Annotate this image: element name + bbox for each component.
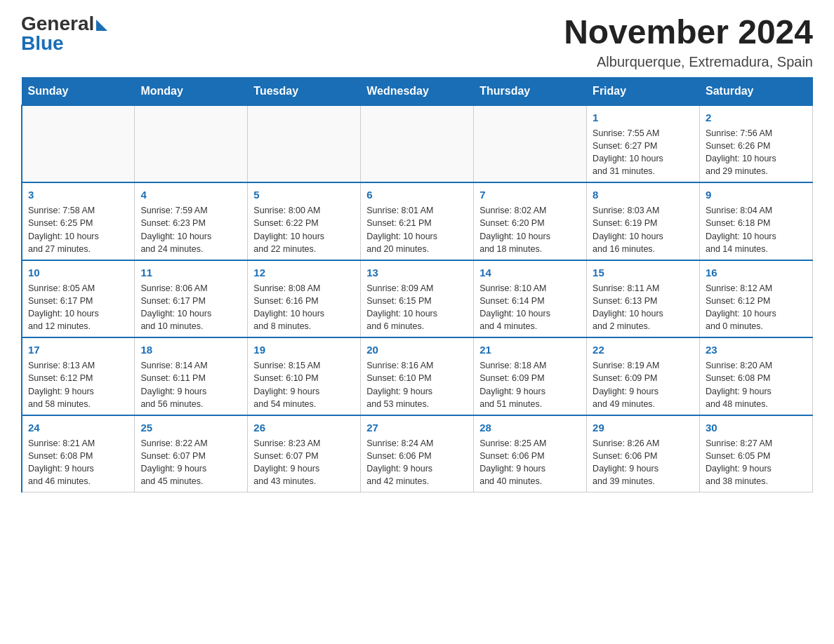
- calendar-cell: 15Sunrise: 8:11 AM Sunset: 6:13 PM Dayli…: [587, 260, 700, 338]
- day-number: 11: [140, 265, 241, 280]
- day-info: Sunrise: 8:25 AM Sunset: 6:06 PM Dayligh…: [479, 437, 581, 488]
- calendar-header-row: SundayMondayTuesdayWednesdayThursdayFrid…: [22, 77, 813, 105]
- page-header: General Blue November 2024 Alburquerque,…: [21, 14, 813, 70]
- calendar-week-row: 10Sunrise: 8:05 AM Sunset: 6:17 PM Dayli…: [22, 260, 813, 338]
- calendar-cell: 3Sunrise: 7:58 AM Sunset: 6:25 PM Daylig…: [22, 182, 135, 260]
- calendar-cell: [474, 105, 587, 183]
- day-info: Sunrise: 7:56 AM Sunset: 6:26 PM Dayligh…: [706, 127, 807, 178]
- day-number: 3: [28, 187, 128, 202]
- calendar-week-row: 3Sunrise: 7:58 AM Sunset: 6:25 PM Daylig…: [22, 182, 813, 260]
- weekday-header-thursday: Thursday: [474, 77, 587, 105]
- logo-blue-text: Blue: [21, 34, 64, 53]
- logo: General Blue: [21, 14, 107, 53]
- day-info: Sunrise: 8:14 AM Sunset: 6:11 PM Dayligh…: [140, 359, 241, 410]
- calendar-cell: 22Sunrise: 8:19 AM Sunset: 6:09 PM Dayli…: [587, 337, 700, 415]
- calendar-cell: 26Sunrise: 8:23 AM Sunset: 6:07 PM Dayli…: [248, 415, 361, 492]
- day-info: Sunrise: 8:27 AM Sunset: 6:05 PM Dayligh…: [706, 437, 807, 488]
- day-number: 26: [253, 420, 355, 435]
- day-number: 5: [253, 187, 355, 202]
- calendar-cell: 18Sunrise: 8:14 AM Sunset: 6:11 PM Dayli…: [135, 337, 248, 415]
- weekday-header-sunday: Sunday: [22, 77, 135, 105]
- day-number: 6: [366, 187, 468, 202]
- calendar-cell: 5Sunrise: 8:00 AM Sunset: 6:22 PM Daylig…: [248, 182, 361, 260]
- calendar-week-row: 1Sunrise: 7:55 AM Sunset: 6:27 PM Daylig…: [22, 105, 813, 183]
- day-number: 21: [479, 342, 581, 357]
- calendar-cell: 11Sunrise: 8:06 AM Sunset: 6:17 PM Dayli…: [135, 260, 248, 338]
- calendar-cell: [248, 105, 361, 183]
- day-info: Sunrise: 7:55 AM Sunset: 6:27 PM Dayligh…: [593, 127, 694, 178]
- day-info: Sunrise: 8:18 AM Sunset: 6:09 PM Dayligh…: [479, 359, 581, 410]
- calendar-cell: 23Sunrise: 8:20 AM Sunset: 6:08 PM Dayli…: [700, 337, 813, 415]
- day-number: 8: [593, 187, 694, 202]
- day-info: Sunrise: 8:01 AM Sunset: 6:21 PM Dayligh…: [366, 204, 468, 255]
- title-section: November 2024 Alburquerque, Extremadura,…: [564, 14, 813, 70]
- calendar-cell: 25Sunrise: 8:22 AM Sunset: 6:07 PM Dayli…: [135, 415, 248, 492]
- day-info: Sunrise: 8:24 AM Sunset: 6:06 PM Dayligh…: [366, 437, 468, 488]
- day-info: Sunrise: 8:08 AM Sunset: 6:16 PM Dayligh…: [253, 282, 355, 333]
- day-info: Sunrise: 8:00 AM Sunset: 6:22 PM Dayligh…: [253, 204, 355, 255]
- calendar-week-row: 17Sunrise: 8:13 AM Sunset: 6:12 PM Dayli…: [22, 337, 813, 415]
- calendar-cell: [361, 105, 474, 183]
- calendar-cell: 9Sunrise: 8:04 AM Sunset: 6:18 PM Daylig…: [700, 182, 813, 260]
- calendar-cell: 19Sunrise: 8:15 AM Sunset: 6:10 PM Dayli…: [248, 337, 361, 415]
- calendar-cell: [22, 105, 135, 183]
- day-info: Sunrise: 8:03 AM Sunset: 6:19 PM Dayligh…: [593, 204, 694, 255]
- calendar-cell: 2Sunrise: 7:56 AM Sunset: 6:26 PM Daylig…: [700, 105, 813, 183]
- day-number: 23: [706, 342, 807, 357]
- day-number: 18: [140, 342, 241, 357]
- day-info: Sunrise: 8:09 AM Sunset: 6:15 PM Dayligh…: [366, 282, 468, 333]
- calendar-cell: 24Sunrise: 8:21 AM Sunset: 6:08 PM Dayli…: [22, 415, 135, 492]
- day-info: Sunrise: 8:20 AM Sunset: 6:08 PM Dayligh…: [706, 359, 807, 410]
- day-number: 16: [706, 265, 807, 280]
- day-number: 29: [593, 420, 694, 435]
- calendar-cell: 12Sunrise: 8:08 AM Sunset: 6:16 PM Dayli…: [248, 260, 361, 338]
- day-number: 24: [28, 420, 128, 435]
- day-number: 20: [366, 342, 468, 357]
- day-info: Sunrise: 8:21 AM Sunset: 6:08 PM Dayligh…: [28, 437, 128, 488]
- calendar-cell: 29Sunrise: 8:26 AM Sunset: 6:06 PM Dayli…: [587, 415, 700, 492]
- calendar-table: SundayMondayTuesdayWednesdayThursdayFrid…: [21, 77, 813, 493]
- day-info: Sunrise: 8:19 AM Sunset: 6:09 PM Dayligh…: [593, 359, 694, 410]
- weekday-header-tuesday: Tuesday: [248, 77, 361, 105]
- weekday-header-monday: Monday: [135, 77, 248, 105]
- calendar-cell: 30Sunrise: 8:27 AM Sunset: 6:05 PM Dayli…: [700, 415, 813, 492]
- logo-general-text: General: [21, 14, 94, 34]
- location-subtitle: Alburquerque, Extremadura, Spain: [564, 54, 813, 70]
- day-info: Sunrise: 8:05 AM Sunset: 6:17 PM Dayligh…: [28, 282, 128, 333]
- main-title: November 2024: [564, 14, 813, 51]
- calendar-cell: 6Sunrise: 8:01 AM Sunset: 6:21 PM Daylig…: [361, 182, 474, 260]
- calendar-cell: 14Sunrise: 8:10 AM Sunset: 6:14 PM Dayli…: [474, 260, 587, 338]
- day-info: Sunrise: 8:10 AM Sunset: 6:14 PM Dayligh…: [479, 282, 581, 333]
- day-number: 2: [706, 110, 807, 125]
- day-number: 13: [366, 265, 468, 280]
- calendar-cell: 10Sunrise: 8:05 AM Sunset: 6:17 PM Dayli…: [22, 260, 135, 338]
- calendar-cell: 27Sunrise: 8:24 AM Sunset: 6:06 PM Dayli…: [361, 415, 474, 492]
- calendar-cell: 21Sunrise: 8:18 AM Sunset: 6:09 PM Dayli…: [474, 337, 587, 415]
- calendar-cell: 16Sunrise: 8:12 AM Sunset: 6:12 PM Dayli…: [700, 260, 813, 338]
- weekday-header-wednesday: Wednesday: [361, 77, 474, 105]
- calendar-cell: [135, 105, 248, 183]
- day-number: 19: [253, 342, 355, 357]
- day-info: Sunrise: 8:22 AM Sunset: 6:07 PM Dayligh…: [140, 437, 241, 488]
- calendar-cell: 1Sunrise: 7:55 AM Sunset: 6:27 PM Daylig…: [587, 105, 700, 183]
- day-info: Sunrise: 7:58 AM Sunset: 6:25 PM Dayligh…: [28, 204, 128, 255]
- day-info: Sunrise: 8:02 AM Sunset: 6:20 PM Dayligh…: [479, 204, 581, 255]
- day-info: Sunrise: 8:12 AM Sunset: 6:12 PM Dayligh…: [706, 282, 807, 333]
- day-info: Sunrise: 8:13 AM Sunset: 6:12 PM Dayligh…: [28, 359, 128, 410]
- day-info: Sunrise: 8:04 AM Sunset: 6:18 PM Dayligh…: [706, 204, 807, 255]
- day-number: 27: [366, 420, 468, 435]
- day-info: Sunrise: 8:23 AM Sunset: 6:07 PM Dayligh…: [253, 437, 355, 488]
- day-number: 10: [28, 265, 128, 280]
- weekday-header-friday: Friday: [587, 77, 700, 105]
- weekday-header-saturday: Saturday: [700, 77, 813, 105]
- day-number: 28: [479, 420, 581, 435]
- calendar-cell: 7Sunrise: 8:02 AM Sunset: 6:20 PM Daylig…: [474, 182, 587, 260]
- day-number: 30: [706, 420, 807, 435]
- day-number: 7: [479, 187, 581, 202]
- day-info: Sunrise: 8:06 AM Sunset: 6:17 PM Dayligh…: [140, 282, 241, 333]
- calendar-cell: 8Sunrise: 8:03 AM Sunset: 6:19 PM Daylig…: [587, 182, 700, 260]
- calendar-cell: 4Sunrise: 7:59 AM Sunset: 6:23 PM Daylig…: [135, 182, 248, 260]
- day-info: Sunrise: 8:11 AM Sunset: 6:13 PM Dayligh…: [593, 282, 694, 333]
- calendar-cell: 17Sunrise: 8:13 AM Sunset: 6:12 PM Dayli…: [22, 337, 135, 415]
- day-info: Sunrise: 8:26 AM Sunset: 6:06 PM Dayligh…: [593, 437, 694, 488]
